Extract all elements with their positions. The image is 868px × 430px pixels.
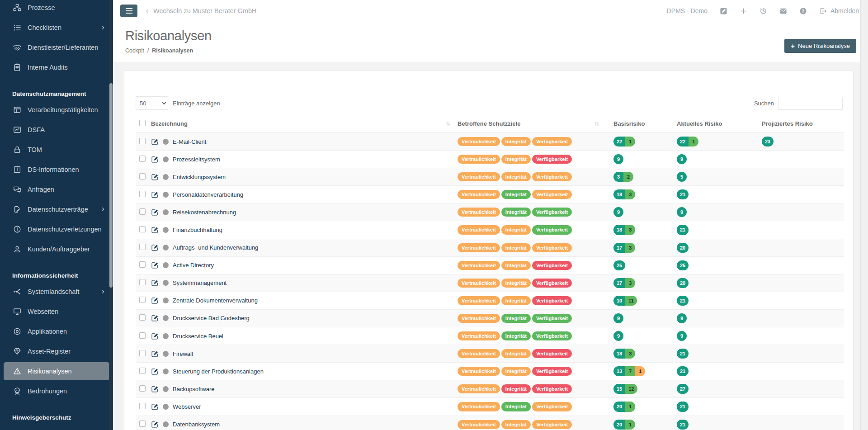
risk-analysis-link[interactable]: Druckservice Bad Godesberg — [173, 315, 250, 321]
protection-goal-badge: Verfügbarkeit — [532, 190, 572, 199]
page-scrollbar[interactable] — [860, 0, 868, 430]
edit-icon[interactable] — [151, 226, 159, 234]
search-input[interactable] — [778, 97, 843, 110]
sidebar-item-prozesse[interactable]: Prozesse — [0, 0, 113, 18]
edit-icon[interactable] — [151, 332, 159, 340]
risk-analysis-link[interactable]: Zentrale Dokumentenverwaltung — [173, 297, 258, 304]
risk-analysis-link[interactable]: Datenbanksystem — [173, 421, 220, 428]
page-size-select[interactable]: 50 — [136, 96, 168, 110]
select-all-checkbox[interactable] — [139, 120, 146, 126]
sidebar-item-verarbeitungstatigkeiten[interactable]: Verarbeitungstätigkeiten — [0, 100, 113, 120]
risk-analysis-link[interactable]: Steuerung der Produktionsanlagen — [173, 368, 264, 375]
edit-icon[interactable] — [151, 138, 159, 146]
risk-analysis-link[interactable]: Firewall — [173, 350, 193, 357]
edit-icon[interactable] — [151, 173, 159, 181]
row-checkbox[interactable] — [139, 350, 146, 356]
plus-icon[interactable] — [740, 7, 747, 15]
sidebar-item-datenschutzverletzungen[interactable]: Datenschutzverletzungen — [0, 219, 113, 239]
edit-icon[interactable] — [151, 314, 159, 322]
edit-icon[interactable] — [151, 403, 159, 411]
sidebar-item-anfragen[interactable]: Anfragen — [0, 180, 113, 199]
row-checkbox[interactable] — [139, 208, 146, 215]
sidebar-item-bedrohungen[interactable]: Bedrohungen — [0, 381, 113, 401]
risk-analysis-link[interactable]: Finanzbuchhaltung — [173, 227, 222, 233]
history-icon[interactable] — [760, 7, 767, 15]
sidebar-item-risikoanalysen[interactable]: Risikoanalysen — [4, 362, 109, 380]
sidebar-item-dsfa[interactable]: DSFA — [0, 120, 113, 140]
row-checkbox[interactable] — [139, 421, 146, 427]
row-checkbox[interactable] — [139, 279, 146, 285]
edit-icon[interactable] — [151, 297, 159, 304]
edit-icon[interactable] — [151, 385, 159, 393]
edit-icon[interactable] — [151, 350, 159, 358]
risk-analysis-link[interactable]: E-Mail-Client — [173, 138, 206, 145]
edit-icon[interactable] — [151, 279, 159, 287]
row-checkbox[interactable] — [139, 314, 146, 321]
header-bezeichnung[interactable]: Bezeichnung — [147, 116, 454, 133]
edit-icon[interactable] — [151, 191, 159, 198]
mail-icon[interactable] — [779, 7, 787, 15]
edit-icon[interactable] — [151, 261, 159, 269]
row-checkbox[interactable] — [139, 191, 146, 197]
edit-icon[interactable] — [151, 421, 159, 428]
sidebar-item-systemlandschaft[interactable]: Systemlandschaft — [0, 282, 113, 302]
protection-goal-badge: Integrität — [501, 155, 531, 164]
sidebar-item-interne-audits[interactable]: Interne Audits — [0, 57, 113, 77]
sidebar-item-applikationen[interactable]: Applikationen — [0, 321, 113, 341]
new-risk-analysis-button[interactable]: + Neue Risikoanalyse — [784, 39, 856, 53]
sidebar-item-ds-informationen[interactable]: DS-Informationen — [0, 160, 113, 180]
sidebar-item-webseiten[interactable]: Webseiten — [0, 302, 113, 321]
risk-analysis-link[interactable]: Reisekostenabrechnung — [173, 209, 236, 216]
row-checkbox[interactable] — [139, 244, 146, 250]
risk-value: 21 — [677, 402, 689, 411]
sort-icon[interactable] — [594, 121, 600, 127]
row-checkbox[interactable] — [139, 385, 146, 392]
row-checkbox[interactable] — [139, 403, 146, 409]
switch-company-link[interactable]: Wechseln zu Muster Berater GmbH — [145, 7, 257, 14]
risk-analysis-link[interactable]: Backupsoftware — [173, 386, 215, 392]
protection-goal-badge: Verfügbarkeit — [532, 331, 572, 340]
sidebar-item-dienstleister-lieferanten[interactable]: Dienstleister/Lieferanten — [0, 38, 113, 57]
risk-analysis-link[interactable]: Prozessleitsystem — [173, 156, 220, 163]
table-row: PersonaldatenverarbeitungVertraulichkeit… — [136, 186, 844, 203]
sidebar-item-checklisten[interactable]: Checklisten — [0, 18, 113, 38]
sidebar-item-tom[interactable]: TOM — [0, 140, 113, 160]
table-row: WebserverVertraulichkeitIntegritätVerfüg… — [136, 398, 844, 416]
sidebar-scrollbar-thumb[interactable] — [109, 83, 113, 288]
row-checkbox[interactable] — [139, 261, 146, 268]
sort-icon[interactable] — [445, 121, 451, 127]
risk-analysis-link[interactable]: Entwicklungssystem — [173, 174, 226, 180]
risk-analysis-link[interactable]: Webserver — [173, 403, 201, 410]
sitemap-icon — [13, 4, 22, 12]
edit-icon[interactable] — [151, 208, 159, 216]
edit-icon[interactable] — [151, 156, 159, 163]
breadcrumb-parent[interactable]: Cockpit — [125, 47, 144, 54]
current-risk-badge: 5 — [677, 172, 687, 182]
hamburger-menu-button[interactable] — [120, 5, 137, 17]
row-checkbox[interactable] — [139, 368, 146, 374]
row-checkbox[interactable] — [139, 297, 146, 303]
risk-value: 3 — [625, 225, 635, 235]
header-schutzziele[interactable]: Betroffene Schutzziele — [454, 116, 610, 133]
sidebar-item-asset-register[interactable]: Asset-Register — [0, 341, 113, 361]
edit-icon[interactable] — [151, 244, 159, 251]
risk-analysis-link[interactable]: Auftrags- und Kundenverwaltung — [173, 244, 258, 251]
sidebar-item-kunden-auftraggeber[interactable]: Kunden/Auftraggeber — [0, 239, 113, 259]
edit-icon[interactable] — [720, 7, 727, 15]
projected-risk-badge: 23 — [762, 137, 774, 146]
edit-icon[interactable] — [151, 368, 159, 375]
risk-analysis-link[interactable]: Personaldatenverarbeitung — [173, 191, 243, 198]
row-checkbox[interactable] — [139, 138, 146, 144]
risk-analysis-link[interactable]: Systemmanagement — [173, 279, 226, 286]
logout-button[interactable]: Abmelden — [819, 7, 859, 15]
protection-goal-badge: Integrität — [501, 384, 531, 393]
risk-value: 9 — [613, 313, 623, 323]
row-checkbox[interactable] — [139, 173, 146, 180]
row-checkbox[interactable] — [139, 332, 146, 339]
sidebar-item-datenschutzvertrage[interactable]: Datenschutzverträge — [0, 199, 113, 219]
risk-analysis-link[interactable]: Druckservice Beuel — [173, 333, 223, 340]
risk-analysis-link[interactable]: Active Directory — [173, 262, 214, 269]
row-checkbox[interactable] — [139, 156, 146, 162]
help-icon[interactable]: ? — [799, 7, 807, 15]
row-checkbox[interactable] — [139, 226, 146, 232]
